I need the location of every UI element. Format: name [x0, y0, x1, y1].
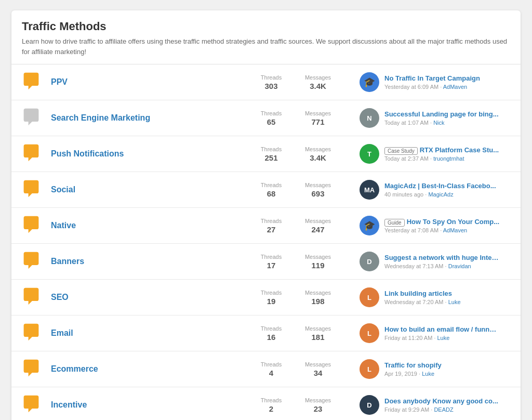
page-description: Learn how to drive traffic to affiliate …: [22, 36, 510, 57]
stats-block: Threads65Messages771: [256, 110, 349, 126]
latest-time: Yesterday at 6:09 AM ·: [384, 84, 443, 90]
category-row: BannersThreads17Messages119DSuggest a ne…: [11, 244, 521, 280]
threads-value: 27: [267, 225, 276, 234]
threads-stat: Threads16: [256, 325, 287, 342]
threads-stat: Threads303: [256, 74, 287, 90]
latest-author[interactable]: AdMaven: [443, 84, 467, 90]
category-name-ecommerce[interactable]: Ecommerce: [51, 364, 256, 374]
latest-author[interactable]: Dravidan: [448, 263, 471, 269]
page-title: Traffic Methods: [22, 20, 510, 33]
latest-author[interactable]: MagicAdz: [428, 191, 453, 198]
threads-value: 4: [269, 369, 273, 377]
threads-stat: Threads2: [256, 397, 287, 413]
stats-block: Threads2Messages23: [256, 397, 349, 413]
category-name-push-notifications[interactable]: Push Notifications: [51, 149, 256, 159]
avatar: 🎓: [360, 72, 379, 92]
latest-title-row: Suggest a network with huge Inter...: [384, 254, 499, 263]
latest-title[interactable]: Link building articles: [384, 290, 452, 297]
latest-meta: Apr 19, 2019 · Luke: [384, 371, 442, 377]
avatar: T: [360, 144, 379, 164]
latest-title[interactable]: No Traffic In Target Campaign: [384, 74, 480, 82]
latest-author[interactable]: Luke: [437, 335, 450, 341]
category-name-seo[interactable]: SEO: [51, 293, 256, 302]
chat-icon: [22, 72, 45, 93]
threads-label: Threads: [261, 290, 282, 296]
latest-title[interactable]: RTX Platform Case Stu...: [420, 146, 499, 154]
messages-label: Messages: [305, 361, 331, 368]
latest-title-row: GuideHow To Spy On Your Comp...: [384, 218, 499, 227]
latest-info: Traffic for shopifyApr 19, 2019 · Luke: [384, 361, 442, 377]
threads-stat: Threads68: [256, 182, 287, 198]
avatar: D: [360, 252, 379, 271]
category-row: SocialThreads68Messages693MAMagicAdz | B…: [11, 172, 521, 208]
threads-value: 19: [267, 297, 276, 306]
chat-icon: [22, 215, 45, 236]
threads-stat: Threads251: [256, 146, 287, 162]
latest-author[interactable]: AdMaven: [443, 227, 467, 233]
latest-author[interactable]: DEADZ: [434, 406, 453, 413]
latest-author[interactable]: Luke: [422, 371, 434, 377]
messages-value: 198: [311, 297, 324, 306]
threads-label: Threads: [261, 110, 282, 116]
messages-value: 23: [314, 404, 323, 413]
stats-block: Threads4Messages34: [256, 361, 349, 377]
messages-label: Messages: [305, 254, 331, 260]
messages-stat: Messages3.4K: [302, 146, 334, 162]
messages-value: 119: [311, 261, 324, 270]
threads-label: Threads: [261, 182, 282, 188]
threads-label: Threads: [261, 218, 282, 224]
threads-value: 65: [267, 117, 276, 126]
category-name-banners[interactable]: Banners: [51, 257, 256, 266]
category-name-search-engine-marketing[interactable]: Search Engine Marketing: [51, 113, 256, 123]
messages-value: 247: [311, 225, 324, 234]
chat-icon: [22, 323, 45, 344]
latest-title[interactable]: MagicAdz | Best-In-Class Facebo...: [384, 182, 496, 190]
latest-meta: Wednesday at 7:20 AM · Luke: [384, 299, 461, 305]
messages-stat: Messages247: [302, 218, 334, 234]
page-header: Traffic Methods Learn how to drive traff…: [11, 10, 521, 64]
latest-author[interactable]: truongtrnhat: [433, 155, 464, 162]
threads-label: Threads: [261, 397, 282, 403]
latest-title[interactable]: Traffic for shopify: [384, 361, 442, 369]
latest-block: LTraffic for shopifyApr 19, 2019 · Luke: [360, 359, 510, 379]
latest-title[interactable]: Suggest a network with huge Inter...: [384, 254, 499, 261]
messages-value: 3.4K: [310, 82, 326, 90]
messages-stat: Messages181: [302, 325, 334, 342]
messages-value: 771: [311, 117, 324, 126]
latest-info: No Traffic In Target CampaignYesterday a…: [384, 74, 480, 90]
categories-list: PPVThreads303Messages3.4K🎓No Traffic In …: [11, 64, 521, 420]
avatar: L: [360, 359, 379, 379]
category-name-ppv[interactable]: PPV: [51, 77, 256, 87]
threads-stat: Threads65: [256, 110, 287, 126]
latest-title[interactable]: Does anybody Know any good co...: [384, 397, 498, 405]
avatar: MA: [360, 180, 379, 200]
category-name-social[interactable]: Social: [51, 185, 256, 194]
category-name-incentive[interactable]: Incentive: [51, 400, 256, 410]
latest-meta: Wednesday at 7:13 AM · Dravidan: [384, 263, 499, 269]
category-name-email[interactable]: Email: [51, 329, 256, 338]
stats-block: Threads19Messages198: [256, 290, 349, 306]
latest-block: DDoes anybody Know any good co...Friday …: [360, 395, 510, 415]
avatar: N: [360, 108, 379, 128]
latest-title[interactable]: How To Spy On Your Comp...: [407, 218, 499, 226]
latest-author[interactable]: Luke: [448, 299, 461, 305]
latest-title-row: Successful Landing page for bing...: [384, 110, 499, 120]
latest-time: Yesterday at 7:08 AM ·: [384, 227, 443, 233]
category-row: NativeThreads27Messages247🎓GuideHow To S…: [11, 208, 521, 244]
latest-meta: Today at 1:07 AM · Nick: [384, 120, 499, 126]
latest-title[interactable]: Successful Landing page for bing...: [384, 110, 499, 118]
messages-value: 181: [311, 333, 324, 342]
threads-value: 2: [269, 404, 273, 413]
latest-time: Apr 19, 2019 ·: [384, 371, 422, 377]
threads-label: Threads: [261, 325, 282, 332]
threads-stat: Threads4: [256, 361, 287, 377]
latest-title-row: Traffic for shopify: [384, 361, 442, 371]
messages-label: Messages: [305, 146, 331, 152]
latest-title[interactable]: How to build an email flow / funnel...: [384, 325, 499, 333]
latest-block: MAMagicAdz | Best-In-Class Facebo...40 m…: [360, 180, 510, 200]
latest-author[interactable]: Nick: [433, 120, 444, 126]
messages-stat: Messages771: [302, 110, 334, 126]
messages-stat: Messages34: [302, 361, 334, 377]
category-row: Push NotificationsThreads251Messages3.4K…: [11, 136, 521, 172]
category-name-native[interactable]: Native: [51, 221, 256, 230]
